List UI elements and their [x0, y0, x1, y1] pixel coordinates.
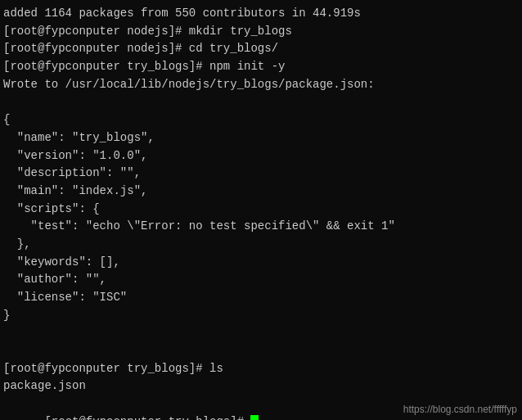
line-19 — [3, 324, 519, 342]
line-20 — [3, 342, 519, 360]
line-15: "keywords": [], — [3, 254, 519, 272]
line-21: [root@fypconputer try_blogs]# ls — [3, 360, 519, 378]
line-12: "scripts": { — [3, 201, 519, 219]
watermark-text: https://blog.csdn.net/fffffyp — [403, 404, 517, 415]
line-10: "description": "", — [3, 165, 519, 183]
prompt-text: [root@fypconputer try_blogs]# — [44, 415, 250, 420]
line-4: [root@fypconputer try_blogs]# npm init -… — [3, 58, 519, 76]
line-7: { — [3, 111, 519, 129]
line-11: "main": "index.js", — [3, 183, 519, 201]
line-17: "license": "ISC" — [3, 289, 519, 307]
line-16: "author": "", — [3, 271, 519, 289]
line-3: [root@fypconputer nodejs]# cd try_blogs/ — [3, 40, 519, 58]
line-13: "test": "echo \"Error: no test specified… — [3, 218, 519, 236]
line-9: "version": "1.0.0", — [3, 147, 519, 165]
line-2: [root@fypconputer nodejs]# mkdir try_blo… — [3, 23, 519, 41]
line-8: "name": "try_blogs", — [3, 129, 519, 147]
line-6 — [3, 93, 519, 111]
line-18: } — [3, 307, 519, 325]
line-5: Wrote to /usr/local/lib/nodejs/try_blogs… — [3, 76, 519, 94]
line-22: package.json — [3, 377, 519, 395]
terminal-cursor — [250, 415, 259, 420]
line-1: added 1164 packages from 550 contributor… — [3, 5, 519, 23]
terminal-window: added 1164 packages from 550 contributor… — [0, 0, 522, 420]
terminal-content: added 1164 packages from 550 contributor… — [3, 5, 519, 420]
line-14: }, — [3, 236, 519, 254]
